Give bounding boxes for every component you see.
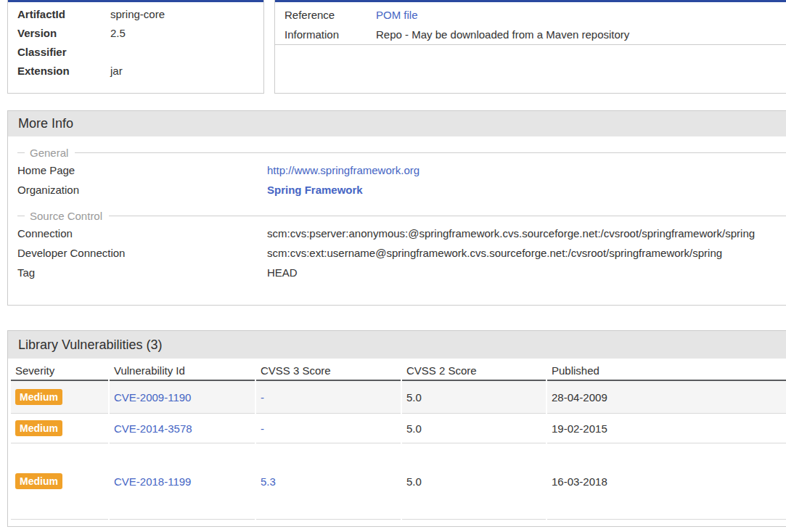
cvss2-score-cell: 5.0 [402, 414, 546, 443]
info-row: TagHEAD [17, 263, 786, 282]
info-row-label: Developer Connection [17, 243, 267, 263]
identifier-row: ArtifactIdspring-core [17, 5, 263, 24]
identifier-row-label: ArtifactId [17, 5, 110, 24]
cvss3-score-link[interactable]: - [261, 391, 264, 404]
col-header-cvss3-score: CVSS 3 Score [256, 363, 401, 381]
published-cell: 28-04-2009 [547, 381, 786, 414]
col-header-severity: Severity [11, 363, 108, 381]
vulnerabilities-body: Severity Vulnerability Id CVSS 3 Score C… [8, 359, 786, 524]
identifier-row-value: jar [110, 62, 123, 81]
info-row-value: http://www.springframework.org [267, 160, 419, 180]
info-row-label: Organization [17, 180, 267, 200]
vulnerabilities-header: Library Vulnerabilities (3) [8, 331, 786, 359]
info-row: Connectionscm:cvs:pserver:anonymous:@spr… [17, 224, 786, 243]
identifier-row: Classifier [17, 43, 263, 62]
info-row-label: Home Page [17, 160, 267, 180]
info-row-value: HEAD [267, 263, 298, 282]
published-cell: 16-03-2018 [547, 443, 786, 520]
identifier-row: Extensionjar [17, 62, 263, 81]
section-legend: General [17, 145, 786, 160]
legend-dash [17, 152, 25, 153]
cvss3-score-link[interactable]: 5.3 [261, 475, 276, 488]
info-row-value: Spring Framework [267, 180, 363, 200]
identifier-row-value: 2.5 [110, 24, 126, 43]
cvss3-score-link[interactable]: - [261, 422, 264, 435]
cvss3-score-cell: 5.3 [256, 443, 401, 520]
vulnerability-row: MediumCVE-2009-1190-5.028-04-2009 [11, 381, 786, 414]
col-header-vulnerability-id: Vulnerability Id [110, 363, 255, 381]
vulnerabilities-table-body: MediumCVE-2009-1190-5.028-04-2009MediumC… [11, 381, 786, 520]
severity-badge: Medium [15, 420, 62, 436]
vulnerability-id-cell: CVE-2009-1190 [110, 381, 255, 414]
col-header-cvss2-score: CVSS 2 Score [402, 363, 546, 381]
published-cell: 19-02-2015 [547, 414, 786, 443]
identifier-row: Version2.5 [17, 24, 263, 43]
artifact-reference-box: ReferencePOM fileInformationRepo - May b… [274, 0, 786, 94]
vulnerability-id-link[interactable]: CVE-2014-3578 [114, 422, 192, 435]
identifier-box-rows: ArtifactIdspring-coreVersion2.5Classifie… [8, 2, 263, 81]
col-header-published: Published [547, 363, 786, 381]
identifier-row-label: Extension [17, 62, 110, 81]
info-row: Developer Connectionscm:cvs:ext:username… [17, 243, 786, 263]
reference-row: ReferencePOM file [284, 5, 786, 25]
vulnerability-id-cell: CVE-2014-3578 [110, 414, 255, 443]
identifier-row-value: spring-core [110, 5, 165, 24]
vulnerability-id-link[interactable]: CVE-2009-1190 [114, 391, 191, 404]
severity-cell: Medium [11, 381, 108, 414]
vulnerabilities-panel: Library Vulnerabilities (3) Severity Vul… [7, 330, 786, 527]
vulnerability-row: MediumCVE-2014-3578-5.019-02-2015 [11, 414, 786, 443]
artifact-identifier-box: ArtifactIdspring-coreVersion2.5Classifie… [7, 0, 264, 94]
report-viewport: ArtifactIdspring-coreVersion2.5Classifie… [0, 0, 786, 532]
reference-row-label: Information [284, 25, 376, 44]
severity-cell: Medium [11, 443, 108, 520]
reference-row-value: Repo - May be downloaded from a Maven re… [376, 25, 629, 44]
vulnerability-row: MediumCVE-2018-11995.35.016-03-2018 [11, 443, 786, 520]
more-info-panel: More Info GeneralHome Pagehttp://www.spr… [7, 110, 786, 306]
reference-row-value-link[interactable]: POM file [376, 9, 418, 21]
cvss3-score-cell: - [256, 381, 401, 414]
cvss2-score-cell: 5.0 [402, 381, 546, 414]
info-row-label: Connection [17, 224, 267, 243]
vulnerabilities-table-header-row: Severity Vulnerability Id CVSS 3 Score C… [11, 363, 786, 381]
more-info-body: GeneralHome Pagehttp://www.springframewo… [8, 136, 786, 282]
legend-line [75, 152, 786, 153]
vulnerabilities-table: Severity Vulnerability Id CVSS 3 Score C… [9, 363, 786, 520]
info-row-value-link[interactable]: http://www.springframework.org [267, 164, 419, 176]
reference-row: InformationRepo - May be downloaded from… [284, 25, 786, 44]
vulnerability-id-cell: CVE-2018-1199 [110, 443, 255, 520]
legend-label: Source Control [30, 210, 102, 222]
reference-row-value: POM file [376, 5, 418, 25]
identifier-row-label: Version [17, 24, 110, 43]
severity-badge: Medium [15, 389, 62, 405]
reference-box-rows: ReferencePOM fileInformationRepo - May b… [275, 2, 786, 45]
identifier-row-label: Classifier [17, 43, 110, 62]
info-row-value-link[interactable]: Spring Framework [267, 184, 363, 196]
info-row: OrganizationSpring Framework [17, 180, 786, 200]
legend-label: General [30, 147, 68, 159]
info-row-value: scm:cvs:pserver:anonymous:@springframewo… [267, 224, 755, 243]
legend-dash [17, 216, 25, 216]
legend-line [109, 216, 786, 216]
info-row-value: scm:cvs:ext:username@springframework.cvs… [267, 243, 722, 263]
severity-badge: Medium [15, 473, 62, 489]
vulnerability-id-link[interactable]: CVE-2018-1199 [114, 475, 191, 488]
section-legend: Source Control [17, 208, 786, 224]
info-row-label: Tag [17, 263, 267, 282]
info-row: Home Pagehttp://www.springframework.org [17, 160, 786, 180]
severity-cell: Medium [11, 414, 108, 443]
reference-row-label: Reference [284, 5, 376, 25]
cvss3-score-cell: - [256, 414, 401, 443]
more-info-header: More Info [8, 111, 786, 136]
cvss2-score-cell: 5.0 [402, 443, 546, 520]
